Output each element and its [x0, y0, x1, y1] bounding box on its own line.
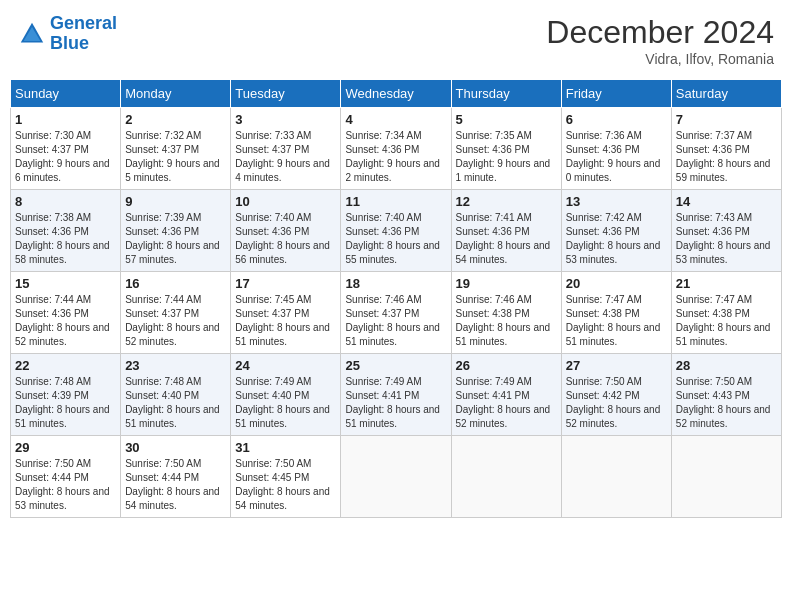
calendar-day-cell: 21 Sunrise: 7:47 AM Sunset: 4:38 PM Dayl… — [671, 272, 781, 354]
day-number: 16 — [125, 276, 226, 291]
month-title: December 2024 — [546, 14, 774, 51]
calendar-week-row: 15 Sunrise: 7:44 AM Sunset: 4:36 PM Dayl… — [11, 272, 782, 354]
day-number: 2 — [125, 112, 226, 127]
day-info: Sunrise: 7:48 AM Sunset: 4:39 PM Dayligh… — [15, 375, 116, 431]
calendar-day-cell: 19 Sunrise: 7:46 AM Sunset: 4:38 PM Dayl… — [451, 272, 561, 354]
page-header: General Blue December 2024 Vidra, Ilfov,… — [10, 10, 782, 71]
day-of-week-header: Friday — [561, 80, 671, 108]
logo-text: General Blue — [50, 14, 117, 54]
day-number: 30 — [125, 440, 226, 455]
day-of-week-header: Saturday — [671, 80, 781, 108]
day-info: Sunrise: 7:30 AM Sunset: 4:37 PM Dayligh… — [15, 129, 116, 185]
day-number: 20 — [566, 276, 667, 291]
day-number: 5 — [456, 112, 557, 127]
day-number: 17 — [235, 276, 336, 291]
day-info: Sunrise: 7:40 AM Sunset: 4:36 PM Dayligh… — [235, 211, 336, 267]
calendar-day-cell: 27 Sunrise: 7:50 AM Sunset: 4:42 PM Dayl… — [561, 354, 671, 436]
calendar-day-cell: 2 Sunrise: 7:32 AM Sunset: 4:37 PM Dayli… — [121, 108, 231, 190]
day-info: Sunrise: 7:49 AM Sunset: 4:41 PM Dayligh… — [345, 375, 446, 431]
day-number: 26 — [456, 358, 557, 373]
day-info: Sunrise: 7:47 AM Sunset: 4:38 PM Dayligh… — [566, 293, 667, 349]
day-info: Sunrise: 7:50 AM Sunset: 4:42 PM Dayligh… — [566, 375, 667, 431]
day-info: Sunrise: 7:33 AM Sunset: 4:37 PM Dayligh… — [235, 129, 336, 185]
day-info: Sunrise: 7:48 AM Sunset: 4:40 PM Dayligh… — [125, 375, 226, 431]
calendar-table: SundayMondayTuesdayWednesdayThursdayFrid… — [10, 79, 782, 518]
day-info: Sunrise: 7:32 AM Sunset: 4:37 PM Dayligh… — [125, 129, 226, 185]
day-info: Sunrise: 7:42 AM Sunset: 4:36 PM Dayligh… — [566, 211, 667, 267]
day-number: 19 — [456, 276, 557, 291]
calendar-day-cell: 18 Sunrise: 7:46 AM Sunset: 4:37 PM Dayl… — [341, 272, 451, 354]
day-info: Sunrise: 7:36 AM Sunset: 4:36 PM Dayligh… — [566, 129, 667, 185]
logo-icon — [18, 20, 46, 48]
day-of-week-header: Tuesday — [231, 80, 341, 108]
day-number: 9 — [125, 194, 226, 209]
day-number: 12 — [456, 194, 557, 209]
day-number: 24 — [235, 358, 336, 373]
day-number: 23 — [125, 358, 226, 373]
day-info: Sunrise: 7:43 AM Sunset: 4:36 PM Dayligh… — [676, 211, 777, 267]
day-info: Sunrise: 7:34 AM Sunset: 4:36 PM Dayligh… — [345, 129, 446, 185]
calendar-day-cell: 11 Sunrise: 7:40 AM Sunset: 4:36 PM Dayl… — [341, 190, 451, 272]
calendar-day-cell: 20 Sunrise: 7:47 AM Sunset: 4:38 PM Dayl… — [561, 272, 671, 354]
day-number: 4 — [345, 112, 446, 127]
day-number: 1 — [15, 112, 116, 127]
day-number: 10 — [235, 194, 336, 209]
calendar-day-cell: 16 Sunrise: 7:44 AM Sunset: 4:37 PM Dayl… — [121, 272, 231, 354]
calendar-week-row: 29 Sunrise: 7:50 AM Sunset: 4:44 PM Dayl… — [11, 436, 782, 518]
calendar-day-cell: 3 Sunrise: 7:33 AM Sunset: 4:37 PM Dayli… — [231, 108, 341, 190]
calendar-day-cell: 15 Sunrise: 7:44 AM Sunset: 4:36 PM Dayl… — [11, 272, 121, 354]
day-info: Sunrise: 7:44 AM Sunset: 4:37 PM Dayligh… — [125, 293, 226, 349]
day-number: 11 — [345, 194, 446, 209]
day-info: Sunrise: 7:47 AM Sunset: 4:38 PM Dayligh… — [676, 293, 777, 349]
calendar-day-cell — [451, 436, 561, 518]
calendar-day-cell: 13 Sunrise: 7:42 AM Sunset: 4:36 PM Dayl… — [561, 190, 671, 272]
calendar-day-cell — [671, 436, 781, 518]
day-info: Sunrise: 7:38 AM Sunset: 4:36 PM Dayligh… — [15, 211, 116, 267]
calendar-day-cell: 28 Sunrise: 7:50 AM Sunset: 4:43 PM Dayl… — [671, 354, 781, 436]
calendar-week-row: 1 Sunrise: 7:30 AM Sunset: 4:37 PM Dayli… — [11, 108, 782, 190]
day-of-week-header: Monday — [121, 80, 231, 108]
day-number: 29 — [15, 440, 116, 455]
calendar-day-cell: 23 Sunrise: 7:48 AM Sunset: 4:40 PM Dayl… — [121, 354, 231, 436]
calendar-day-cell: 6 Sunrise: 7:36 AM Sunset: 4:36 PM Dayli… — [561, 108, 671, 190]
calendar-day-cell: 8 Sunrise: 7:38 AM Sunset: 4:36 PM Dayli… — [11, 190, 121, 272]
calendar-day-cell — [341, 436, 451, 518]
day-number: 8 — [15, 194, 116, 209]
location-subtitle: Vidra, Ilfov, Romania — [546, 51, 774, 67]
day-number: 13 — [566, 194, 667, 209]
day-number: 28 — [676, 358, 777, 373]
day-info: Sunrise: 7:46 AM Sunset: 4:37 PM Dayligh… — [345, 293, 446, 349]
logo: General Blue — [18, 14, 117, 54]
calendar-day-cell: 7 Sunrise: 7:37 AM Sunset: 4:36 PM Dayli… — [671, 108, 781, 190]
day-number: 15 — [15, 276, 116, 291]
day-info: Sunrise: 7:35 AM Sunset: 4:36 PM Dayligh… — [456, 129, 557, 185]
day-number: 31 — [235, 440, 336, 455]
day-info: Sunrise: 7:37 AM Sunset: 4:36 PM Dayligh… — [676, 129, 777, 185]
calendar-day-cell: 12 Sunrise: 7:41 AM Sunset: 4:36 PM Dayl… — [451, 190, 561, 272]
calendar-day-cell: 9 Sunrise: 7:39 AM Sunset: 4:36 PM Dayli… — [121, 190, 231, 272]
day-info: Sunrise: 7:44 AM Sunset: 4:36 PM Dayligh… — [15, 293, 116, 349]
calendar-day-cell: 22 Sunrise: 7:48 AM Sunset: 4:39 PM Dayl… — [11, 354, 121, 436]
calendar-day-cell: 24 Sunrise: 7:49 AM Sunset: 4:40 PM Dayl… — [231, 354, 341, 436]
day-number: 7 — [676, 112, 777, 127]
day-of-week-header: Thursday — [451, 80, 561, 108]
calendar-day-cell: 25 Sunrise: 7:49 AM Sunset: 4:41 PM Dayl… — [341, 354, 451, 436]
day-number: 22 — [15, 358, 116, 373]
calendar-day-cell: 1 Sunrise: 7:30 AM Sunset: 4:37 PM Dayli… — [11, 108, 121, 190]
day-info: Sunrise: 7:46 AM Sunset: 4:38 PM Dayligh… — [456, 293, 557, 349]
calendar-week-row: 22 Sunrise: 7:48 AM Sunset: 4:39 PM Dayl… — [11, 354, 782, 436]
day-number: 18 — [345, 276, 446, 291]
title-block: December 2024 Vidra, Ilfov, Romania — [546, 14, 774, 67]
day-info: Sunrise: 7:50 AM Sunset: 4:44 PM Dayligh… — [125, 457, 226, 513]
calendar-day-cell: 5 Sunrise: 7:35 AM Sunset: 4:36 PM Dayli… — [451, 108, 561, 190]
day-number: 21 — [676, 276, 777, 291]
calendar-day-cell: 29 Sunrise: 7:50 AM Sunset: 4:44 PM Dayl… — [11, 436, 121, 518]
day-info: Sunrise: 7:50 AM Sunset: 4:44 PM Dayligh… — [15, 457, 116, 513]
day-info: Sunrise: 7:50 AM Sunset: 4:43 PM Dayligh… — [676, 375, 777, 431]
day-info: Sunrise: 7:39 AM Sunset: 4:36 PM Dayligh… — [125, 211, 226, 267]
calendar-day-cell: 4 Sunrise: 7:34 AM Sunset: 4:36 PM Dayli… — [341, 108, 451, 190]
calendar-header-row: SundayMondayTuesdayWednesdayThursdayFrid… — [11, 80, 782, 108]
day-info: Sunrise: 7:49 AM Sunset: 4:40 PM Dayligh… — [235, 375, 336, 431]
calendar-day-cell: 31 Sunrise: 7:50 AM Sunset: 4:45 PM Dayl… — [231, 436, 341, 518]
day-of-week-header: Sunday — [11, 80, 121, 108]
